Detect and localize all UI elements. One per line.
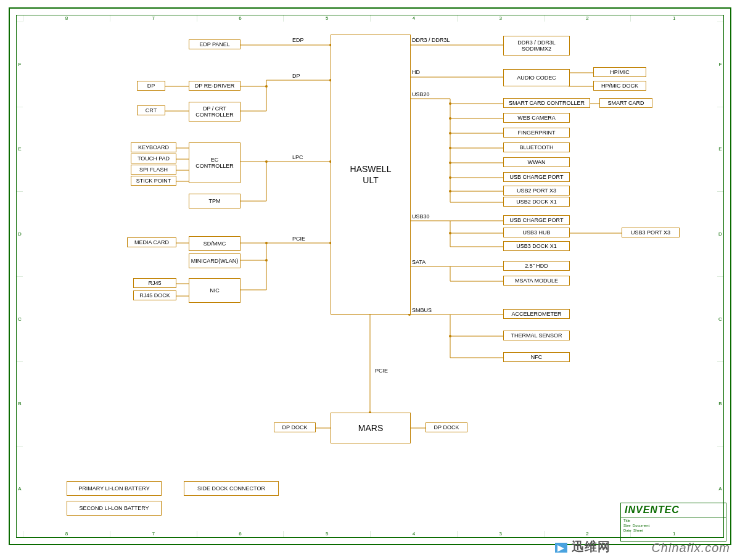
schematic-page: 12345678 12345678 ABCDEF ABCDEF [0,0,740,560]
blk-msata: MSATA MODULE [503,276,570,286]
svg-point-28 [265,259,268,261]
blk-dp: DP [137,81,165,91]
blk-usb3hub: USB3 HUB [503,228,570,237]
blk-keyboard: KEYBOARD [131,142,176,152]
blk-usb2dock: USB2 DOCK X1 [503,197,570,207]
label-sata: SATA [412,259,426,265]
blk-smartctrl: SMART CARD CONTROLLER [503,98,590,108]
blk-spiflash: SPI FLASH [131,165,176,175]
blk-usb2x3: USB2 PORT X3 [503,186,570,196]
blk-bt: BLUETOOTH [503,142,570,152]
blk-finger: FINGERPRINT [503,128,570,138]
blk-rj45dock: RJ45 DOCK [133,290,176,300]
svg-point-45 [449,117,451,120]
blk-dpdock-left: DP DOCK [274,422,316,432]
svg-point-76 [449,335,451,337]
svg-point-49 [449,147,451,149]
label-hd: HD [412,69,420,75]
blk-wwan: WWAN [503,157,570,167]
blk-thermal: THERMAL SENSOR [503,331,570,340]
label-edp: EDP [292,37,304,43]
blk-hpmic: HP/MIC [593,67,646,77]
svg-point-51 [449,162,451,164]
blk-dpdock-right: DP DOCK [426,422,467,432]
blk-primbatt: PRIMARY LI-LON BATTERY [67,481,162,496]
blk-hpmicdock: HP/MIC DOCK [593,81,646,91]
blk-minicard: MINICARD(WLAN) [189,253,240,268]
blk-webcam: WEB CAMERA [503,113,570,123]
label-ddr: DDR3 / DDR3L [412,37,450,43]
cpu-haswell: HASWELLULT [331,35,411,315]
txt-dp-crt: DP / CRT CONTROLLER [195,105,234,118]
blk-usbcharge20: USB CHARGE PORT [503,172,570,182]
blk-smartcard: SMART CARD [599,98,652,108]
blk-ddr: DDR3 / DDR3L SODIMMX2 [503,36,570,56]
txt-ddr: DDR3 / DDR3L SODIMMX2 [517,39,556,52]
blk-crt: CRT [137,105,165,115]
label-lpc: LPC [292,154,303,160]
blk-hdd: 2.5" HDD [503,261,570,271]
blk-audio: AUDIO CODEC [503,69,570,86]
blk-usb3dock: USB3 DOCK X1 [503,241,570,251]
blk-edp-panel: EDP PANEL [189,39,240,49]
svg-point-55 [449,190,451,192]
blk-stickpoint: STICK POINT [131,176,176,186]
cpu-sub: ULT [363,175,378,185]
blk-touchpad: TOUCH PAD [131,154,176,163]
label-dp-bus: DP [292,73,300,79]
label-usb30: USB30 [412,213,430,220]
txt-ec: EC CONTROLLER [195,157,234,169]
svg-point-53 [449,176,451,179]
label-usb20: USB20 [412,91,430,97]
svg-point-63 [449,232,451,234]
label-pcie-south: PCIE [375,368,388,374]
blk-secbatt: SECOND LI-LON BATTERY [67,501,162,516]
blk-usb3port: USB3 PORT X3 [622,228,680,237]
svg-point-47 [449,132,451,134]
blk-mediacard: MEDIA CARD [127,237,176,247]
label-smbus: SMBUS [412,307,432,313]
blk-dp-crt-ctrl: DP / CRT CONTROLLER [189,102,240,121]
svg-point-7 [265,85,268,88]
blk-sidedock: SIDE DOCK CONNECTOR [184,481,279,496]
south-mars: MARS [331,413,411,443]
label-pcie: PCIE [292,236,305,242]
blk-nfc: NFC [503,352,570,362]
blk-dp-redriver: DP RE-DRIVER [189,81,240,91]
blk-nic: NIC [189,278,240,303]
blk-usbcharge30: USB CHARGE PORT [503,215,570,225]
cpu-name: HASWELL [350,164,392,174]
blk-accel: ACCELEROMETER [503,309,570,319]
blk-rj45: RJ45 [133,278,176,288]
blk-ec: EC CONTROLLER [189,142,240,183]
blk-tpm: TPM [189,194,240,208]
svg-point-43 [449,102,451,105]
svg-point-26 [265,242,268,244]
blk-sdmmc: SD/MMC [189,236,240,251]
